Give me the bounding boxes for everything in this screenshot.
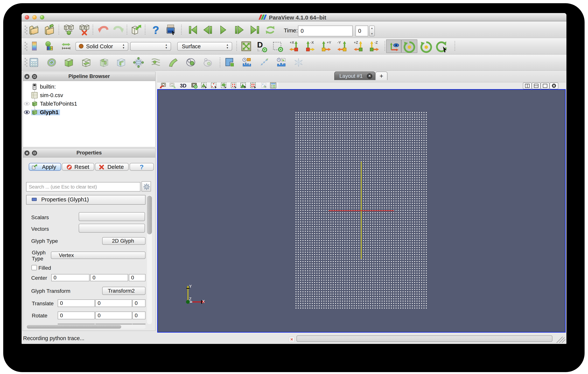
svg-text:?: ?	[152, 24, 159, 36]
svg-text:-Y: -Y	[337, 41, 341, 44]
svg-text:Y: Y	[189, 284, 192, 289]
svg-text:Z: Z	[189, 297, 191, 302]
svg-text:+X: +X	[290, 41, 294, 44]
svg-text:-X: -X	[310, 41, 314, 44]
svg-text:sim-0.csv: sim-0.csv	[40, 92, 63, 98]
svg-text:D: D	[257, 40, 263, 49]
svg-text:TableToPoints1: TableToPoints1	[40, 101, 77, 107]
svg-text:builtin:: builtin:	[40, 84, 56, 90]
svg-text:+Z: +Z	[354, 41, 358, 44]
svg-text:-Z: -Z	[374, 41, 378, 44]
svg-text:3D: 3D	[180, 83, 187, 89]
svg-text:Glyph1: Glyph1	[40, 109, 58, 115]
svg-text:X: X	[202, 299, 205, 304]
svg-text:Time:: Time:	[284, 27, 298, 33]
svg-text:+Y: +Y	[327, 41, 331, 44]
